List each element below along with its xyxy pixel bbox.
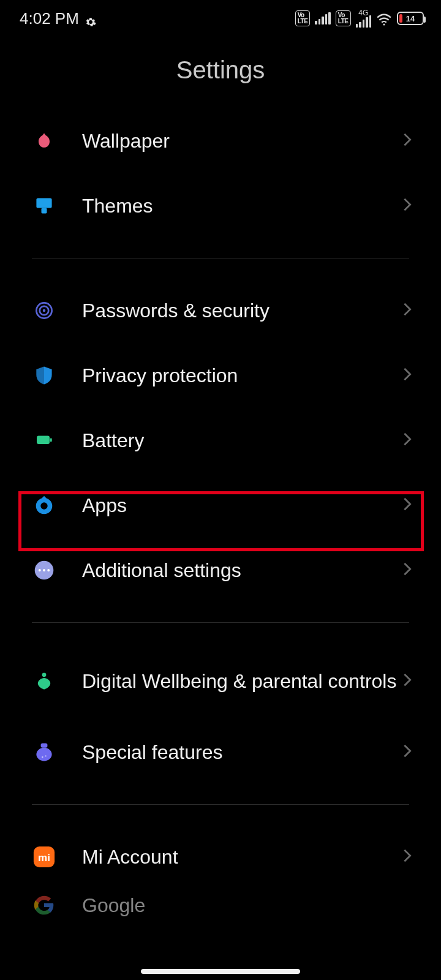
divider: [32, 622, 409, 623]
svg-point-17: [45, 755, 47, 756]
settings-item-label: Passwords & security: [82, 298, 403, 323]
battery-icon: 14: [397, 12, 424, 25]
chevron-right-icon: [403, 562, 414, 579]
settings-item-privacy[interactable]: Privacy protection: [0, 343, 441, 408]
settings-item-passwords[interactable]: Passwords & security: [0, 278, 441, 343]
battery-icon: [32, 428, 56, 453]
divider: [32, 804, 409, 805]
settings-item-battery[interactable]: Battery: [0, 408, 441, 473]
svg-point-14: [36, 748, 51, 761]
status-time: 4:02 PM: [20, 9, 79, 28]
chevron-right-icon: [403, 367, 414, 384]
status-right: VoLTE VoLTE 4G 14: [295, 9, 424, 28]
svg-rect-15: [41, 744, 48, 748]
wellbeing-icon: [32, 669, 56, 693]
settings-item-themes[interactable]: Themes: [0, 173, 441, 238]
settings-item-label: Apps: [82, 493, 403, 518]
svg-rect-7: [50, 438, 52, 442]
settings-list: Wallpaper Themes Passwords & security Pr…: [0, 108, 441, 926]
svg-point-11: [43, 569, 45, 571]
settings-item-label: Wallpaper: [82, 129, 403, 153]
divider: [32, 258, 409, 258]
settings-item-special[interactable]: Special features: [0, 720, 441, 785]
settings-item-wallpaper[interactable]: Wallpaper: [0, 108, 441, 173]
chevron-right-icon: [403, 197, 414, 214]
volte-icon: VoLTE: [336, 10, 351, 26]
chevron-right-icon: [403, 132, 414, 149]
themes-icon: [32, 194, 56, 218]
page-title: Settings: [0, 56, 441, 84]
settings-item-google[interactable]: Google: [0, 889, 441, 926]
svg-rect-1: [36, 198, 51, 208]
chevron-right-icon: [403, 744, 414, 761]
status-bar: 4:02 PM VoLTE VoLTE 4G 14: [0, 0, 441, 37]
chevron-right-icon: [403, 673, 414, 690]
home-indicator[interactable]: [141, 969, 300, 974]
google-icon: [32, 893, 56, 918]
settings-item-label: Battery: [82, 428, 403, 453]
settings-item-wellbeing[interactable]: Digital Wellbeing & parental controls: [0, 643, 441, 720]
svg-rect-6: [37, 436, 50, 445]
network-label: 4G: [358, 9, 368, 17]
volte-icon: VoLTE: [295, 10, 311, 26]
wifi-icon: [376, 12, 392, 25]
settings-item-miaccount[interactable]: mi Mi Account: [0, 824, 441, 889]
status-left: 4:02 PM: [20, 9, 96, 28]
chevron-right-icon: [403, 302, 414, 319]
settings-item-label: Additional settings: [82, 558, 403, 582]
settings-item-label: Special features: [82, 740, 403, 764]
chevron-right-icon: [403, 848, 414, 865]
signal-icon: [315, 12, 331, 24]
svg-text:mi: mi: [38, 852, 50, 864]
settings-item-label: Themes: [82, 194, 403, 218]
svg-point-0: [383, 24, 385, 26]
chevron-right-icon: [403, 497, 414, 514]
svg-point-13: [42, 673, 47, 677]
svg-point-10: [39, 569, 41, 571]
apps-icon: [32, 493, 56, 518]
settings-item-label: Google: [82, 893, 414, 918]
settings-item-label: Digital Wellbeing & parental controls: [82, 669, 403, 693]
battery-percent: 14: [398, 14, 423, 23]
svg-point-12: [47, 569, 50, 571]
mi-icon: mi: [32, 845, 56, 869]
more-icon: [32, 558, 56, 582]
signal-icon: [356, 18, 372, 28]
gear-icon: [85, 13, 96, 24]
svg-point-8: [40, 502, 47, 509]
svg-point-5: [43, 309, 46, 312]
settings-item-label: Mi Account: [82, 845, 403, 869]
special-icon: [32, 740, 56, 764]
fingerprint-icon: [32, 298, 56, 323]
svg-rect-2: [42, 208, 47, 214]
settings-item-apps[interactable]: Apps: [0, 473, 441, 538]
settings-item-additional[interactable]: Additional settings: [0, 538, 441, 603]
shield-icon: [32, 363, 56, 388]
svg-point-16: [42, 756, 43, 758]
chevron-right-icon: [403, 432, 414, 449]
settings-item-label: Privacy protection: [82, 363, 403, 388]
wallpaper-icon: [32, 129, 56, 153]
